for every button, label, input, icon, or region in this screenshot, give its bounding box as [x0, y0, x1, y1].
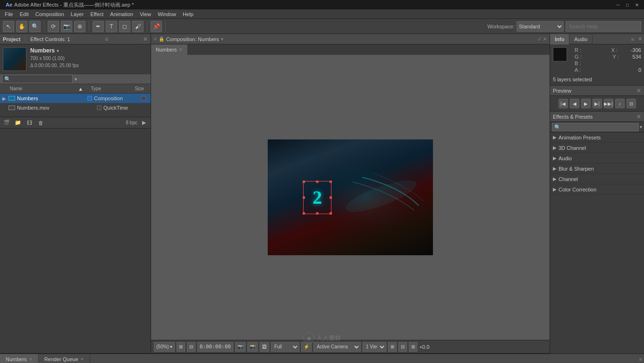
tool-puppet[interactable]: 📌 [151, 21, 162, 32]
ep-item-channel[interactable]: ▶ Channel [550, 174, 644, 184]
project-info: Numbers ▾ 700 x 500 (1.00) Δ 0:00:05:00,… [0, 44, 151, 74]
tool-pen[interactable]: ✒ [93, 21, 104, 32]
menu-composition[interactable]: Composition [33, 10, 67, 18]
timeline-panel-menu[interactable]: ≡ [637, 356, 644, 362]
tool-hand[interactable]: ✋ [16, 21, 27, 32]
menu-effect[interactable]: Effect [87, 10, 106, 18]
minimize-btn[interactable]: ─ [615, 1, 621, 8]
new-comp-btn[interactable]: 🎞 [25, 119, 34, 127]
ep-panel-close[interactable]: ✕ [636, 113, 641, 120]
timeline-tab-close[interactable]: ✕ [29, 357, 33, 362]
menu-animation[interactable]: Animation [107, 10, 136, 18]
handle-tm [316, 181, 319, 183]
preview-prev-frame[interactable]: ◀ [570, 99, 579, 108]
comp-show-snapshot-btn[interactable]: 🖼 [260, 342, 269, 352]
ep-item-animation-presets[interactable]: ▶ Animation Presets [550, 132, 644, 143]
menu-layer[interactable]: Layer [68, 10, 87, 18]
preview-audio[interactable]: ♪ [615, 99, 625, 108]
comp-grid-btn[interactable]: ⊟ [187, 342, 195, 352]
delete-btn[interactable]: 🗑 [36, 119, 45, 127]
comp-zoom-dropdown[interactable]: ▾ [170, 344, 172, 349]
tool-rotate[interactable]: ⟳ [48, 21, 59, 32]
info-panel-menu[interactable]: ≡ [629, 36, 636, 42]
preview-panel: Preview ✕ |◀ ◀ ▶ ▶| ▶▶| ♪ ⊟ [550, 86, 644, 112]
comp-snapshot-btn[interactable]: 📸 [247, 342, 258, 352]
menu-edit[interactable]: Edit [17, 10, 32, 18]
comp-viewer-title: Composition: Numbers [166, 36, 219, 42]
comp-expand[interactable]: ⤢ [537, 36, 541, 42]
ep-arrow-animation: ▶ [553, 135, 557, 140]
preview-panel-header: Preview ✕ [550, 86, 644, 96]
ep-item-blur-sharpen[interactable]: ▶ Blur & Sharpen [550, 164, 644, 174]
tool-camera[interactable]: 📷 [61, 21, 72, 32]
file-row-numbers[interactable]: ▶ Numbers Composition [0, 94, 151, 103]
preview-panel-close[interactable]: ✕ [636, 87, 641, 94]
ep-search-input[interactable] [552, 123, 639, 131]
tool-paint[interactable]: 🖌 [132, 21, 144, 32]
comp-render-btn[interactable]: ⊞ [388, 342, 397, 352]
ep-label-blur: Blur & Sharpen [559, 166, 594, 172]
file-row-numbers-mov[interactable]: Numbers.mov QuickTime [0, 103, 151, 112]
project-files-list: ▶ Numbers Composition [0, 94, 151, 117]
preview-loop[interactable]: ⊟ [627, 99, 636, 108]
project-search-input[interactable] [2, 75, 73, 83]
timeline-tab-render[interactable]: Render Queue ✕ [39, 354, 90, 363]
render-tab-close[interactable]: ✕ [80, 357, 84, 362]
interpret-footage-btn[interactable]: 🎬 [2, 119, 11, 127]
effect-controls-tab[interactable]: Effect Controls: 1 [30, 36, 70, 42]
comp-quality-select[interactable]: Full Half Quarter [271, 342, 299, 352]
maximize-btn[interactable]: □ [624, 1, 631, 8]
handle-tl [303, 181, 305, 183]
search-help-input[interactable] [566, 21, 641, 32]
window-controls: ─ □ ✕ [615, 1, 640, 8]
list-size-header: Size [133, 86, 151, 91]
menu-file[interactable]: File [2, 10, 16, 18]
file-icon-comp [8, 96, 15, 101]
preview-first-frame[interactable]: |◀ [559, 99, 568, 108]
comp-view-select[interactable]: 1 View [363, 342, 386, 352]
render-btn[interactable]: ▶ [139, 119, 149, 127]
ep-item-color-correction[interactable]: ▶ Color Correction [550, 184, 644, 195]
comp-camera-select[interactable]: Active Camera [314, 342, 361, 352]
comp-camera-btn[interactable]: 📷 [235, 342, 246, 352]
comp-snap-btn[interactable]: ⊞ [177, 342, 185, 352]
file-icon2 [141, 96, 151, 101]
timeline-tab-numbers[interactable]: Numbers ✕ [0, 354, 39, 363]
comp-close[interactable]: ✕ [543, 36, 547, 42]
ep-item-audio[interactable]: ▶ Audio [550, 153, 644, 164]
search-dropdown[interactable]: ▾ [75, 77, 77, 82]
ep-item-3d-channel[interactable]: ▶ 3D Channel [550, 143, 644, 153]
comp-fast-preview-btn[interactable]: ⚡ [301, 342, 312, 352]
close-btn[interactable]: ✕ [634, 1, 640, 8]
comp-zoom-btn[interactable]: (50%) ▾ [154, 342, 175, 352]
project-panel-close[interactable]: ✕ [143, 36, 148, 43]
menu-view[interactable]: View [137, 10, 154, 18]
comp-dropdown-icon[interactable]: ▾ [57, 48, 59, 53]
new-folder-btn[interactable]: 📁 [13, 119, 23, 127]
ep-search-dropdown[interactable]: ▾ [640, 124, 642, 130]
info-panel-close[interactable]: ✕ [636, 36, 644, 42]
tool-text[interactable]: T [106, 21, 117, 32]
menu-window[interactable]: Window [155, 10, 179, 18]
file-expand-btn[interactable]: ▶ [0, 96, 8, 101]
comp-dropdown[interactable]: ▾ [221, 36, 223, 42]
tool-shape[interactable]: ◻ [119, 21, 130, 32]
preview-last-frame[interactable]: ▶▶| [604, 99, 613, 108]
comp-menu-icon[interactable]: ≡ [154, 36, 157, 42]
tool-select[interactable]: ↖ [3, 21, 14, 32]
ep-arrow-blur: ▶ [553, 166, 557, 171]
audio-tab[interactable]: Audio [569, 34, 593, 44]
preview-next-frame[interactable]: ▶| [593, 99, 602, 108]
comp-tab-close[interactable]: ✕ [179, 47, 183, 52]
comp-3d-btn[interactable]: ⊞ [409, 342, 417, 352]
project-panel-menu[interactable]: ≡ [105, 36, 108, 43]
info-tab[interactable]: Info [550, 34, 569, 44]
tool-anchor[interactable]: ⊕ [74, 21, 85, 32]
preview-play[interactable]: ▶ [581, 99, 591, 108]
project-panel-header: Project Effect Controls: 1 ≡ ✕ [0, 34, 151, 44]
tool-zoom[interactable]: 🔍 [29, 21, 41, 32]
comp-tab-numbers[interactable]: Numbers ✕ [151, 44, 188, 55]
comp-grid2-btn[interactable]: ⊟ [398, 342, 407, 352]
menu-help[interactable]: Help [180, 10, 196, 18]
workspace-select[interactable]: Standard [517, 21, 564, 32]
